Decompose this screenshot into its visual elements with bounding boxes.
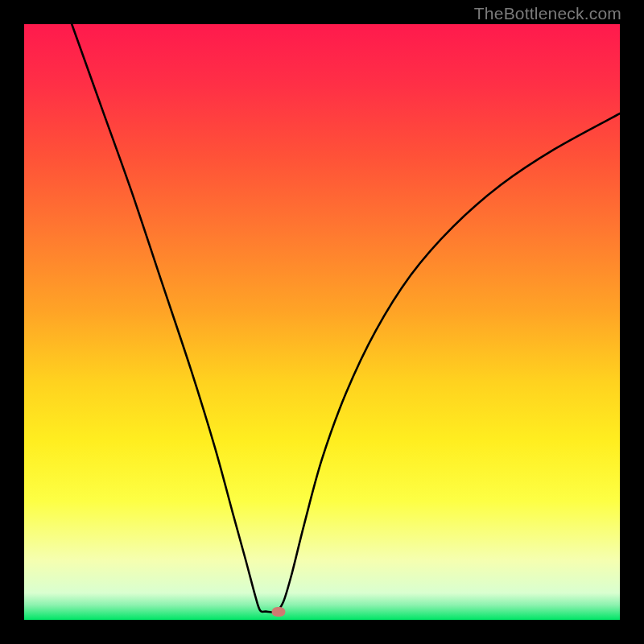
watermark-label: TheBottleneck.com bbox=[474, 4, 621, 23]
bottleneck-curve bbox=[24, 24, 620, 620]
plot-area bbox=[24, 24, 620, 620]
chart-frame: TheBottleneck.com bbox=[0, 0, 644, 644]
optimum-marker bbox=[271, 607, 285, 617]
